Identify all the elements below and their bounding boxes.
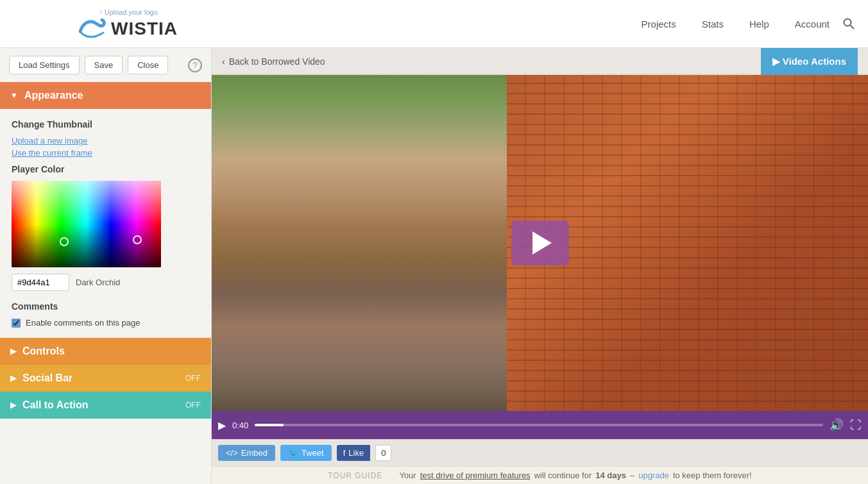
controls-section-header[interactable]: ▶ Controls: [0, 338, 211, 365]
tweet-label: Tweet: [302, 448, 324, 458]
brand-name: WISTIA: [111, 19, 178, 39]
back-link-text: Back to Borrowed Video: [229, 56, 325, 67]
tweet-button[interactable]: 🐦 Tweet: [280, 445, 332, 461]
comments-checkbox[interactable]: [12, 319, 21, 328]
embed-button[interactable]: </> Embed: [218, 445, 275, 461]
play-button[interactable]: [511, 221, 569, 265]
volume-control[interactable]: 🔊: [830, 418, 844, 432]
controls-chevron: ▶: [10, 347, 16, 356]
sidebar: Load Settings Save Close ? ▼ Appearance …: [0, 48, 212, 484]
save-button[interactable]: Save: [85, 56, 123, 74]
color-cursor-2: [133, 235, 142, 244]
controls-label: Controls: [22, 346, 65, 357]
video-actions-button[interactable]: ▶ Video Actions: [761, 48, 858, 75]
trial-dash: –: [630, 471, 634, 480]
embed-icon: </>: [226, 448, 238, 458]
progress-fill: [255, 424, 283, 426]
cta-label: Call to Action: [22, 399, 89, 411]
content-top-bar: ‹ Back to Borrowed Video ▶ Video Actions: [212, 48, 868, 75]
video-wrapper: ▶ 0:40 🔊 ⛶ </> Embed 🐦 Tweet f: [212, 75, 868, 484]
nav-help[interactable]: Help: [749, 19, 769, 29]
facebook-icon: f: [343, 448, 346, 458]
trial-days: 14 days: [595, 471, 626, 480]
appearance-content: Change Thumbnail Upload a new image Use …: [0, 109, 211, 338]
nav-account[interactable]: Account: [795, 19, 830, 29]
main-layout: Load Settings Save Close ? ▼ Appearance …: [0, 48, 868, 484]
video-bottom-bar: </> Embed 🐦 Tweet f Like 0: [212, 439, 868, 466]
like-button[interactable]: f Like: [337, 445, 370, 461]
play-control[interactable]: ▶: [218, 419, 226, 431]
social-bar-section-header[interactable]: ▶ Social Bar OFF: [0, 365, 211, 392]
use-frame-link[interactable]: Use the current frame: [12, 148, 200, 158]
wistia-logo: WISTIA: [79, 19, 178, 39]
video-controls: ▶ 0:40 🔊 ⛶: [212, 411, 868, 439]
video-main[interactable]: [212, 75, 868, 411]
social-bar-chevron: ▶: [10, 374, 16, 383]
header: ↑ Upload your logo WISTIA Projects Stats…: [0, 0, 868, 48]
tour-guide-bar: TOUR GUIDE Your test drive of premium fe…: [212, 466, 868, 484]
tour-guide-label: TOUR GUIDE: [328, 471, 382, 480]
comments-checkbox-label: Enable comments on this page: [26, 318, 140, 328]
logo-area: ↑ Upload your logo WISTIA: [13, 8, 244, 39]
color-input-row: Dark Orchid: [12, 274, 200, 291]
load-settings-button[interactable]: Load Settings: [9, 56, 80, 74]
search-icon[interactable]: [842, 17, 855, 30]
close-button[interactable]: Close: [128, 56, 168, 74]
color-hex-input[interactable]: [12, 274, 69, 291]
appearance-section-header[interactable]: ▼ Appearance: [0, 82, 211, 109]
color-name: Dark Orchid: [76, 278, 120, 287]
main-nav: Projects Stats Help Account: [642, 19, 830, 29]
like-count: 0: [375, 445, 391, 461]
play-icon: [532, 231, 552, 255]
svg-point-0: [844, 19, 851, 26]
trial-link[interactable]: test drive of premium features: [420, 471, 531, 480]
upload-image-link[interactable]: Upload a new image: [12, 136, 200, 146]
back-arrow: ‹: [222, 56, 225, 67]
color-picker: Player Color Dark Orchid: [12, 164, 200, 291]
twitter-icon: 🐦: [288, 448, 298, 458]
comments-section: Comments Enable comments on this page: [12, 301, 200, 328]
trial-end: to keep them forever!: [673, 471, 752, 480]
progress-bar[interactable]: [255, 424, 823, 426]
color-cursor-1: [60, 237, 69, 246]
player-color-label: Player Color: [12, 164, 200, 174]
upgrade-link[interactable]: upgrade: [638, 471, 669, 480]
embed-label: Embed: [241, 448, 268, 458]
nav-projects[interactable]: Projects: [642, 19, 676, 29]
color-gradient[interactable]: [12, 181, 161, 267]
cta-off-badge: OFF: [185, 401, 201, 410]
appearance-label: Appearance: [24, 90, 83, 101]
comments-checkbox-row[interactable]: Enable comments on this page: [12, 318, 200, 328]
help-icon[interactable]: ?: [188, 58, 202, 72]
upload-logo-link[interactable]: ↑ Upload your logo: [99, 8, 158, 16]
content-area: ‹ Back to Borrowed Video ▶ Video Actions…: [212, 48, 868, 484]
time-display: 0:40: [232, 421, 248, 430]
wistia-logo-icon: [79, 19, 106, 39]
call-to-action-section-header[interactable]: ▶ Call to Action OFF: [0, 392, 211, 419]
change-thumbnail-label: Change Thumbnail: [12, 119, 200, 129]
back-link[interactable]: ‹ Back to Borrowed Video: [222, 56, 325, 67]
nav-stats[interactable]: Stats: [702, 19, 724, 29]
social-bar-off-badge: OFF: [185, 374, 201, 383]
cta-chevron: ▶: [10, 401, 16, 410]
trial-middle: will continue for: [534, 471, 592, 480]
sidebar-top-bar: Load Settings Save Close ?: [0, 48, 211, 82]
trial-text: Your: [399, 471, 416, 480]
like-label: Like: [348, 448, 364, 458]
fullscreen-control[interactable]: ⛶: [850, 419, 862, 432]
comments-label: Comments: [12, 301, 200, 312]
svg-line-1: [851, 26, 855, 29]
appearance-chevron: ▼: [10, 91, 18, 100]
social-bar-label: Social Bar: [22, 372, 72, 384]
